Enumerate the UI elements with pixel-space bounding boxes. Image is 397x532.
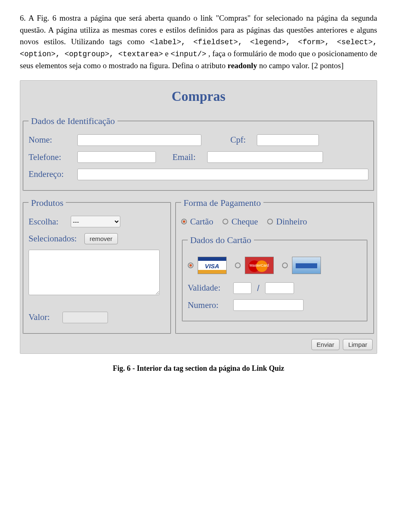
label-telefone: Telefone: <box>29 151 73 164</box>
label-validade: Validade: <box>188 282 229 295</box>
visa-logo-icon <box>198 257 227 274</box>
button-remover[interactable]: remover <box>84 233 118 244</box>
input-validade-mes[interactable] <box>233 282 251 294</box>
radio-mastercard[interactable] <box>235 262 241 268</box>
label-escolha: Escolha: <box>29 215 67 229</box>
input-email[interactable] <box>207 151 323 163</box>
input-telefone[interactable] <box>77 151 156 163</box>
button-limpar[interactable]: Limpar <box>343 339 373 350</box>
label-radio-cartao: Cartão <box>190 215 213 229</box>
label-endereco: Endereço: <box>29 168 73 181</box>
paragraph-mid: e <box>165 49 170 58</box>
fieldset-produtos: Produtos Escolha: --- Selecionados: remo… <box>23 196 171 334</box>
radio-cartao[interactable] <box>181 219 187 224</box>
label-radio-cheque: Cheque <box>232 215 258 229</box>
label-radio-dinheiro: Dinheiro <box>276 215 307 229</box>
input-endereco[interactable] <box>77 169 368 180</box>
input-valor[interactable] <box>62 312 108 323</box>
legend-produtos: Produtos <box>29 196 66 210</box>
button-enviar[interactable]: Enviar <box>311 339 340 350</box>
fieldset-identificacao: Dados de Identificação Nome: Cpf: Telefo… <box>23 114 374 191</box>
readonly-word: readonly <box>227 61 257 70</box>
input-nome[interactable] <box>77 134 201 146</box>
code-input-tag: <input/> <box>170 50 206 58</box>
label-selecionados: Selecionados: <box>29 232 77 246</box>
label-valor: Valor: <box>29 311 58 324</box>
legend-dados-cartao: Dados do Cartão <box>188 233 254 247</box>
label-cpf: Cpf: <box>230 134 253 147</box>
label-nome: Nome: <box>29 134 73 147</box>
mastercard-logo-icon: MasterCard <box>245 257 274 274</box>
input-numero[interactable] <box>233 299 304 311</box>
input-validade-ano[interactable] <box>265 282 294 294</box>
textarea-selecionados[interactable] <box>29 250 160 295</box>
fieldset-pagamento: Forma de Pagamento Cartão Cheque Dinheir… <box>175 196 374 334</box>
legend-pagamento: Forma de Pagamento <box>181 196 263 210</box>
legend-identificacao: Dados de Identificação <box>29 114 117 128</box>
question-paragraph: 6. A Fig. 6 mostra a página que será abe… <box>20 12 377 72</box>
label-email: Email: <box>172 151 203 164</box>
radio-visa[interactable] <box>188 262 194 268</box>
form-screenshot: Compras Dados de Identificação Nome: Cpf… <box>20 80 377 354</box>
radio-dinheiro[interactable] <box>267 219 273 224</box>
amex-logo-icon <box>292 257 321 274</box>
radio-cheque[interactable] <box>222 219 228 224</box>
radio-amex[interactable] <box>282 262 288 268</box>
validade-slash: / <box>257 282 260 294</box>
fieldset-dados-cartao: Dados do Cartão MasterCard Validade: / <box>182 233 368 322</box>
paragraph-tail2: no campo valor. [2 pontos] <box>259 61 344 70</box>
input-cpf[interactable] <box>257 134 319 146</box>
form-title: Compras <box>22 86 375 107</box>
label-numero: Numero: <box>188 299 229 312</box>
figure-caption: Fig. 6 - Interior da tag section da pági… <box>20 363 377 374</box>
select-escolha[interactable]: --- <box>71 216 120 227</box>
